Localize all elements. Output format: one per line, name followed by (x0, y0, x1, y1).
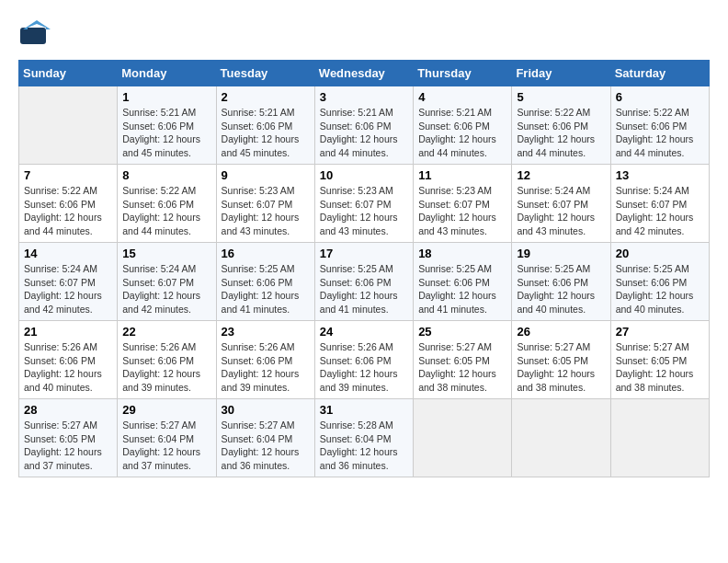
day-info: Sunrise: 5:22 AM Sunset: 6:06 PM Dayligh… (517, 106, 605, 160)
calendar-cell: 22Sunrise: 5:26 AM Sunset: 6:06 PM Dayli… (118, 321, 216, 399)
logo (18, 18, 59, 51)
day-number: 1 (122, 90, 210, 104)
day-info: Sunrise: 5:22 AM Sunset: 6:06 PM Dayligh… (122, 184, 210, 238)
day-info: Sunrise: 5:27 AM Sunset: 6:05 PM Dayligh… (24, 419, 112, 473)
calendar-week-row: 1Sunrise: 5:21 AM Sunset: 6:06 PM Daylig… (19, 86, 710, 165)
calendar-cell: 2Sunrise: 5:21 AM Sunset: 6:06 PM Daylig… (216, 86, 314, 165)
calendar-cell: 30Sunrise: 5:27 AM Sunset: 6:04 PM Dayli… (216, 399, 314, 477)
day-info: Sunrise: 5:24 AM Sunset: 6:07 PM Dayligh… (616, 184, 704, 238)
day-number: 31 (320, 403, 408, 417)
calendar-cell (19, 86, 118, 165)
day-info: Sunrise: 5:25 AM Sunset: 6:06 PM Dayligh… (418, 262, 506, 316)
day-info: Sunrise: 5:27 AM Sunset: 6:04 PM Dayligh… (222, 419, 310, 473)
day-number: 29 (122, 403, 210, 417)
day-info: Sunrise: 5:23 AM Sunset: 6:07 PM Dayligh… (222, 184, 310, 238)
column-header-wednesday: Wednesday (314, 61, 413, 86)
day-info: Sunrise: 5:27 AM Sunset: 6:05 PM Dayligh… (616, 340, 704, 395)
calendar-cell: 14Sunrise: 5:24 AM Sunset: 6:07 PM Dayli… (19, 243, 118, 321)
day-number: 3 (320, 90, 408, 104)
calendar-cell: 10Sunrise: 5:23 AM Sunset: 6:07 PM Dayli… (314, 165, 413, 243)
day-number: 21 (24, 325, 112, 339)
day-info: Sunrise: 5:26 AM Sunset: 6:06 PM Dayligh… (24, 340, 112, 395)
calendar-cell (512, 399, 610, 477)
calendar-cell: 7Sunrise: 5:22 AM Sunset: 6:06 PM Daylig… (19, 165, 118, 243)
calendar-cell: 3Sunrise: 5:21 AM Sunset: 6:06 PM Daylig… (314, 86, 413, 165)
day-info: Sunrise: 5:27 AM Sunset: 6:05 PM Dayligh… (517, 340, 605, 395)
column-header-thursday: Thursday (414, 61, 512, 86)
day-info: Sunrise: 5:21 AM Sunset: 6:06 PM Dayligh… (122, 106, 210, 160)
calendar-cell: 1Sunrise: 5:21 AM Sunset: 6:06 PM Daylig… (118, 86, 216, 165)
calendar-cell: 29Sunrise: 5:27 AM Sunset: 6:04 PM Dayli… (118, 399, 216, 477)
day-info: Sunrise: 5:23 AM Sunset: 6:07 PM Dayligh… (320, 184, 408, 238)
page-header (18, 18, 710, 51)
calendar-cell (610, 399, 709, 477)
day-info: Sunrise: 5:26 AM Sunset: 6:06 PM Dayligh… (320, 340, 408, 395)
calendar-cell (414, 399, 512, 477)
calendar-cell: 12Sunrise: 5:24 AM Sunset: 6:07 PM Dayli… (512, 165, 610, 243)
calendar-cell: 18Sunrise: 5:25 AM Sunset: 6:06 PM Dayli… (414, 243, 512, 321)
day-info: Sunrise: 5:27 AM Sunset: 6:04 PM Dayligh… (122, 419, 210, 473)
column-header-friday: Friday (512, 61, 610, 86)
day-info: Sunrise: 5:21 AM Sunset: 6:06 PM Dayligh… (320, 106, 408, 160)
calendar-table: SundayMondayTuesdayWednesdayThursdayFrid… (18, 60, 710, 477)
day-info: Sunrise: 5:21 AM Sunset: 6:06 PM Dayligh… (418, 106, 506, 160)
day-number: 18 (418, 247, 506, 260)
day-number: 30 (222, 403, 310, 417)
day-number: 23 (222, 325, 310, 339)
calendar-cell: 17Sunrise: 5:25 AM Sunset: 6:06 PM Dayli… (314, 243, 413, 321)
calendar-cell: 20Sunrise: 5:25 AM Sunset: 6:06 PM Dayli… (610, 243, 709, 321)
column-header-monday: Monday (118, 61, 216, 86)
day-number: 7 (24, 168, 112, 182)
day-info: Sunrise: 5:25 AM Sunset: 6:06 PM Dayligh… (517, 262, 605, 316)
calendar-cell: 24Sunrise: 5:26 AM Sunset: 6:06 PM Dayli… (314, 321, 413, 399)
day-number: 6 (616, 90, 704, 104)
day-number: 25 (418, 325, 506, 339)
day-number: 5 (517, 90, 605, 104)
calendar-cell: 28Sunrise: 5:27 AM Sunset: 6:05 PM Dayli… (19, 399, 118, 477)
day-number: 20 (616, 247, 704, 260)
day-number: 24 (320, 325, 408, 339)
calendar-cell: 27Sunrise: 5:27 AM Sunset: 6:05 PM Dayli… (610, 321, 709, 399)
calendar-cell: 4Sunrise: 5:21 AM Sunset: 6:06 PM Daylig… (414, 86, 512, 165)
day-number: 10 (320, 168, 408, 182)
calendar-cell: 31Sunrise: 5:28 AM Sunset: 6:04 PM Dayli… (314, 399, 413, 477)
column-header-tuesday: Tuesday (216, 61, 314, 86)
day-number: 22 (122, 325, 210, 339)
day-info: Sunrise: 5:28 AM Sunset: 6:04 PM Dayligh… (320, 419, 408, 473)
day-number: 16 (222, 247, 310, 260)
calendar-cell: 26Sunrise: 5:27 AM Sunset: 6:05 PM Dayli… (512, 321, 610, 399)
svg-rect-0 (20, 28, 46, 44)
calendar-cell: 9Sunrise: 5:23 AM Sunset: 6:07 PM Daylig… (216, 165, 314, 243)
day-number: 12 (517, 168, 605, 182)
day-number: 4 (418, 90, 506, 104)
calendar-cell: 21Sunrise: 5:26 AM Sunset: 6:06 PM Dayli… (19, 321, 118, 399)
day-number: 26 (517, 325, 605, 339)
day-info: Sunrise: 5:21 AM Sunset: 6:06 PM Dayligh… (222, 106, 310, 160)
calendar-cell: 13Sunrise: 5:24 AM Sunset: 6:07 PM Dayli… (610, 165, 709, 243)
calendar-week-row: 21Sunrise: 5:26 AM Sunset: 6:06 PM Dayli… (19, 321, 710, 399)
day-info: Sunrise: 5:24 AM Sunset: 6:07 PM Dayligh… (517, 184, 605, 238)
calendar-cell: 23Sunrise: 5:26 AM Sunset: 6:06 PM Dayli… (216, 321, 314, 399)
calendar-header-row: SundayMondayTuesdayWednesdayThursdayFrid… (19, 61, 710, 86)
logo-icon (18, 18, 55, 51)
column-header-sunday: Sunday (19, 61, 118, 86)
calendar-cell: 6Sunrise: 5:22 AM Sunset: 6:06 PM Daylig… (610, 86, 709, 165)
calendar-cell: 5Sunrise: 5:22 AM Sunset: 6:06 PM Daylig… (512, 86, 610, 165)
day-info: Sunrise: 5:23 AM Sunset: 6:07 PM Dayligh… (418, 184, 506, 238)
day-number: 27 (616, 325, 704, 339)
day-info: Sunrise: 5:24 AM Sunset: 6:07 PM Dayligh… (122, 262, 210, 316)
day-info: Sunrise: 5:22 AM Sunset: 6:06 PM Dayligh… (616, 106, 704, 160)
day-number: 15 (122, 247, 210, 260)
day-number: 17 (320, 247, 408, 260)
day-number: 8 (122, 168, 210, 182)
calendar-week-row: 28Sunrise: 5:27 AM Sunset: 6:05 PM Dayli… (19, 399, 710, 477)
day-info: Sunrise: 5:26 AM Sunset: 6:06 PM Dayligh… (222, 340, 310, 395)
day-info: Sunrise: 5:25 AM Sunset: 6:06 PM Dayligh… (616, 262, 704, 316)
day-number: 2 (222, 90, 310, 104)
calendar-cell: 8Sunrise: 5:22 AM Sunset: 6:06 PM Daylig… (118, 165, 216, 243)
calendar-cell: 15Sunrise: 5:24 AM Sunset: 6:07 PM Dayli… (118, 243, 216, 321)
day-number: 11 (418, 168, 506, 182)
day-number: 19 (517, 247, 605, 260)
calendar-cell: 25Sunrise: 5:27 AM Sunset: 6:05 PM Dayli… (414, 321, 512, 399)
calendar-week-row: 7Sunrise: 5:22 AM Sunset: 6:06 PM Daylig… (19, 165, 710, 243)
